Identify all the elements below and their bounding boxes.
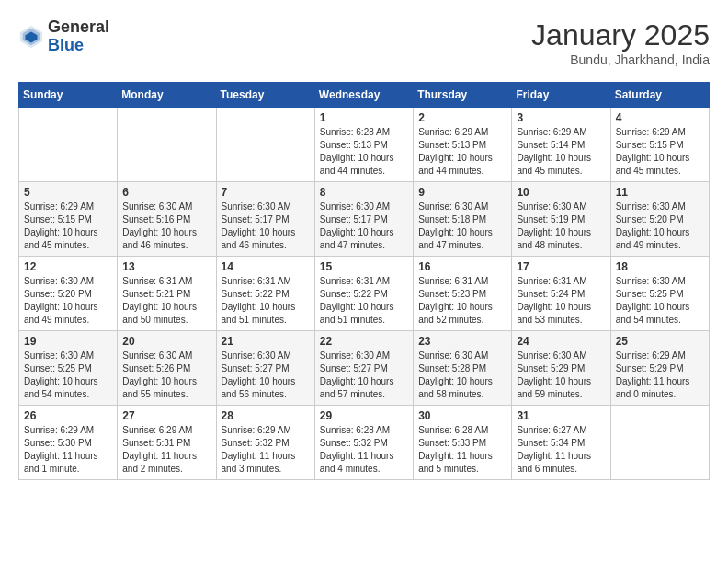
day-info: Sunrise: 6:29 AM Sunset: 5:15 PM Dayligh… (616, 126, 704, 178)
day-info: Sunrise: 6:30 AM Sunset: 5:27 PM Dayligh… (222, 350, 310, 401)
calendar-cell (216, 108, 314, 182)
calendar-cell: 2Sunrise: 6:29 AM Sunset: 5:13 PM Daylig… (414, 108, 512, 182)
day-info: Sunrise: 6:29 AM Sunset: 5:14 PM Dayligh… (517, 126, 605, 178)
logo-text: General Blue (48, 18, 109, 55)
day-info: Sunrise: 6:31 AM Sunset: 5:23 PM Dayligh… (418, 275, 506, 327)
calendar-cell: 14Sunrise: 6:31 AM Sunset: 5:22 PM Dayli… (216, 257, 314, 331)
day-number: 4 (616, 111, 704, 124)
day-number: 15 (320, 260, 408, 273)
calendar-cell: 19Sunrise: 6:30 AM Sunset: 5:25 PM Dayli… (19, 331, 118, 406)
day-info: Sunrise: 6:31 AM Sunset: 5:21 PM Dayligh… (122, 275, 210, 327)
day-number: 26 (24, 409, 112, 422)
calendar-cell: 10Sunrise: 6:30 AM Sunset: 5:19 PM Dayli… (512, 182, 610, 257)
day-header-wednesday: Wednesday (314, 83, 413, 108)
day-info: Sunrise: 6:29 AM Sunset: 5:13 PM Dayligh… (418, 126, 506, 178)
day-header-friday: Friday (512, 83, 610, 108)
day-number: 3 (517, 111, 605, 124)
location-subtitle: Bundu, Jharkhand, India (531, 52, 710, 67)
calendar-cell: 9Sunrise: 6:30 AM Sunset: 5:18 PM Daylig… (414, 182, 512, 257)
calendar-cell: 3Sunrise: 6:29 AM Sunset: 5:14 PM Daylig… (512, 108, 610, 182)
day-info: Sunrise: 6:30 AM Sunset: 5:27 PM Dayligh… (320, 350, 408, 401)
calendar-table: SundayMondayTuesdayWednesdayThursdayFrid… (18, 82, 710, 480)
calendar-cell: 12Sunrise: 6:30 AM Sunset: 5:20 PM Dayli… (19, 257, 118, 331)
day-info: Sunrise: 6:30 AM Sunset: 5:29 PM Dayligh… (517, 350, 605, 401)
logo-icon (18, 24, 44, 50)
day-info: Sunrise: 6:28 AM Sunset: 5:33 PM Dayligh… (418, 424, 506, 476)
day-info: Sunrise: 6:30 AM Sunset: 5:20 PM Dayligh… (24, 275, 112, 327)
day-info: Sunrise: 6:28 AM Sunset: 5:13 PM Dayligh… (320, 126, 408, 178)
calendar-week-row: 1Sunrise: 6:28 AM Sunset: 5:13 PM Daylig… (19, 108, 710, 182)
calendar-cell: 15Sunrise: 6:31 AM Sunset: 5:22 PM Dayli… (314, 257, 413, 331)
day-number: 22 (320, 335, 408, 348)
day-info: Sunrise: 6:30 AM Sunset: 5:26 PM Dayligh… (122, 350, 210, 401)
day-info: Sunrise: 6:29 AM Sunset: 5:15 PM Dayligh… (24, 201, 112, 252)
calendar-cell: 1Sunrise: 6:28 AM Sunset: 5:13 PM Daylig… (314, 108, 413, 182)
day-info: Sunrise: 6:30 AM Sunset: 5:19 PM Dayligh… (517, 201, 605, 252)
day-number: 19 (24, 335, 112, 348)
day-header-monday: Monday (118, 83, 216, 108)
day-number: 5 (24, 186, 112, 199)
calendar-cell (19, 108, 118, 182)
calendar-cell: 4Sunrise: 6:29 AM Sunset: 5:15 PM Daylig… (610, 108, 709, 182)
day-header-thursday: Thursday (414, 83, 512, 108)
calendar-cell: 28Sunrise: 6:29 AM Sunset: 5:32 PM Dayli… (216, 406, 314, 480)
day-number: 14 (222, 260, 310, 273)
day-info: Sunrise: 6:27 AM Sunset: 5:34 PM Dayligh… (517, 424, 605, 476)
day-info: Sunrise: 6:28 AM Sunset: 5:32 PM Dayligh… (320, 424, 408, 476)
day-number: 30 (418, 409, 506, 422)
calendar-cell: 23Sunrise: 6:30 AM Sunset: 5:28 PM Dayli… (414, 331, 512, 406)
calendar-week-row: 12Sunrise: 6:30 AM Sunset: 5:20 PM Dayli… (19, 257, 710, 331)
calendar-week-row: 5Sunrise: 6:29 AM Sunset: 5:15 PM Daylig… (19, 182, 710, 257)
day-number: 2 (418, 111, 506, 124)
calendar-cell: 22Sunrise: 6:30 AM Sunset: 5:27 PM Dayli… (314, 331, 413, 406)
calendar-cell: 20Sunrise: 6:30 AM Sunset: 5:26 PM Dayli… (118, 331, 216, 406)
day-number: 9 (418, 186, 506, 199)
calendar-cell: 8Sunrise: 6:30 AM Sunset: 5:17 PM Daylig… (314, 182, 413, 257)
day-info: Sunrise: 6:29 AM Sunset: 5:32 PM Dayligh… (222, 424, 310, 476)
calendar-cell: 17Sunrise: 6:31 AM Sunset: 5:24 PM Dayli… (512, 257, 610, 331)
day-info: Sunrise: 6:31 AM Sunset: 5:22 PM Dayligh… (320, 275, 408, 327)
day-info: Sunrise: 6:29 AM Sunset: 5:31 PM Dayligh… (122, 424, 210, 476)
day-number: 10 (517, 186, 605, 199)
calendar-header-row: SundayMondayTuesdayWednesdayThursdayFrid… (19, 83, 710, 108)
day-number: 16 (418, 260, 506, 273)
day-info: Sunrise: 6:30 AM Sunset: 5:28 PM Dayligh… (418, 350, 506, 401)
calendar-cell: 29Sunrise: 6:28 AM Sunset: 5:32 PM Dayli… (314, 406, 413, 480)
calendar-cell: 11Sunrise: 6:30 AM Sunset: 5:20 PM Dayli… (610, 182, 709, 257)
day-number: 6 (122, 186, 210, 199)
day-info: Sunrise: 6:30 AM Sunset: 5:20 PM Dayligh… (616, 201, 704, 252)
calendar-cell: 16Sunrise: 6:31 AM Sunset: 5:23 PM Dayli… (414, 257, 512, 331)
calendar-cell: 30Sunrise: 6:28 AM Sunset: 5:33 PM Dayli… (414, 406, 512, 480)
calendar-cell: 25Sunrise: 6:29 AM Sunset: 5:29 PM Dayli… (610, 331, 709, 406)
day-info: Sunrise: 6:30 AM Sunset: 5:25 PM Dayligh… (616, 275, 704, 327)
day-info: Sunrise: 6:30 AM Sunset: 5:18 PM Dayligh… (418, 201, 506, 252)
day-info: Sunrise: 6:30 AM Sunset: 5:16 PM Dayligh… (122, 201, 210, 252)
calendar-cell (610, 406, 709, 480)
day-info: Sunrise: 6:30 AM Sunset: 5:17 PM Dayligh… (222, 201, 310, 252)
calendar-cell: 26Sunrise: 6:29 AM Sunset: 5:30 PM Dayli… (19, 406, 118, 480)
day-number: 23 (418, 335, 506, 348)
calendar-cell: 5Sunrise: 6:29 AM Sunset: 5:15 PM Daylig… (19, 182, 118, 257)
calendar-cell: 6Sunrise: 6:30 AM Sunset: 5:16 PM Daylig… (118, 182, 216, 257)
month-title: January 2025 (531, 18, 710, 52)
day-info: Sunrise: 6:29 AM Sunset: 5:30 PM Dayligh… (24, 424, 112, 476)
day-info: Sunrise: 6:31 AM Sunset: 5:24 PM Dayligh… (517, 275, 605, 327)
day-number: 7 (222, 186, 310, 199)
calendar-cell: 13Sunrise: 6:31 AM Sunset: 5:21 PM Dayli… (118, 257, 216, 331)
day-header-tuesday: Tuesday (216, 83, 314, 108)
logo: General Blue (18, 18, 109, 55)
day-number: 24 (517, 335, 605, 348)
calendar-week-row: 26Sunrise: 6:29 AM Sunset: 5:30 PM Dayli… (19, 406, 710, 480)
day-header-sunday: Sunday (19, 83, 118, 108)
day-number: 18 (616, 260, 704, 273)
day-number: 31 (517, 409, 605, 422)
day-number: 12 (24, 260, 112, 273)
day-number: 29 (320, 409, 408, 422)
calendar-cell: 24Sunrise: 6:30 AM Sunset: 5:29 PM Dayli… (512, 331, 610, 406)
day-number: 13 (122, 260, 210, 273)
day-number: 27 (122, 409, 210, 422)
calendar-cell: 31Sunrise: 6:27 AM Sunset: 5:34 PM Dayli… (512, 406, 610, 480)
day-header-saturday: Saturday (610, 83, 709, 108)
day-number: 1 (320, 111, 408, 124)
day-info: Sunrise: 6:30 AM Sunset: 5:17 PM Dayligh… (320, 201, 408, 252)
